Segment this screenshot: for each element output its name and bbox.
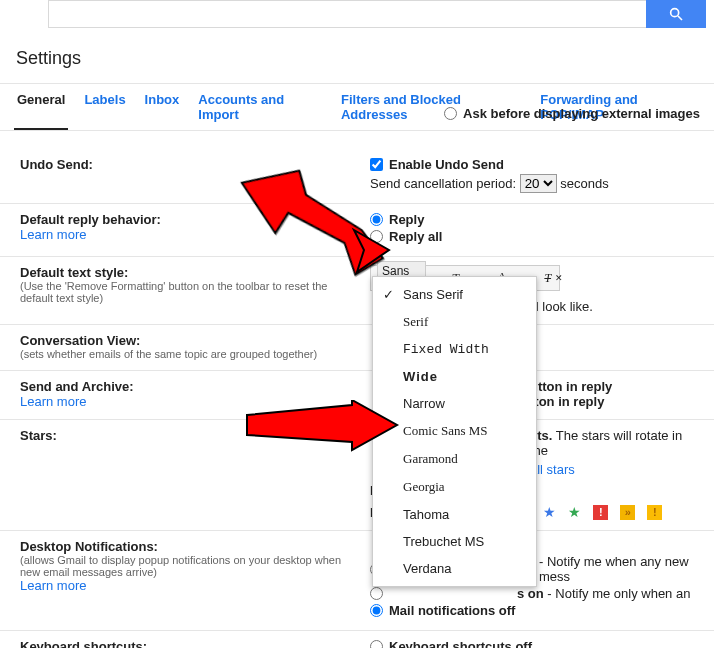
font-option[interactable]: Tahoma [373, 501, 536, 528]
remove-formatting-icon: T [544, 271, 551, 286]
shortcuts-off-label: Keyboard shortcuts off [389, 639, 532, 648]
send-archive-opt2: tton in reply [530, 394, 702, 409]
images-option-partial: Ask before displaying external images [444, 106, 700, 121]
stars-frag-text: The stars will rotate in the [530, 428, 682, 458]
search-input[interactable] [48, 0, 646, 28]
tab-inbox[interactable]: Inbox [142, 84, 183, 130]
conversation-view-sub: (sets whether emails of the same topic a… [20, 348, 360, 360]
page-title: Settings [0, 28, 714, 83]
tab-accounts[interactable]: Accounts and Import [195, 84, 325, 130]
font-option[interactable]: Narrow [373, 390, 536, 417]
send-archive-opt1: utton in reply [530, 379, 702, 394]
font-option[interactable]: Serif [373, 308, 536, 336]
stars-label: Stars: [20, 428, 360, 443]
send-archive-learn-link[interactable]: Learn more [20, 394, 360, 409]
notif-off-label: Mail notifications off [389, 603, 515, 618]
red-bang-icon[interactable]: ! [593, 505, 608, 520]
search-icon [668, 6, 684, 22]
text-style-sub: (Use the 'Remove Formatting' button on t… [20, 280, 360, 304]
shortcuts-off-radio[interactable] [370, 640, 383, 648]
undo-send-label: Undo Send: [20, 157, 360, 172]
cancel-period-select[interactable]: 20 [520, 174, 557, 193]
star-green-icon[interactable]: ★ [568, 504, 581, 520]
notif-important-radio[interactable] [370, 587, 383, 600]
cancel-period-suffix: seconds [560, 176, 608, 191]
text-style-label: Default text style: [20, 265, 360, 280]
font-option[interactable]: Wide [373, 363, 536, 390]
reply-all-radio[interactable] [370, 230, 383, 243]
font-option[interactable]: Georgia [373, 473, 536, 501]
svg-point-0 [671, 9, 679, 17]
ask-images-label: Ask before displaying external images [463, 106, 700, 121]
svg-line-1 [678, 16, 682, 20]
notif-important-label: - Notify me only when an [544, 586, 691, 601]
reply-all-option-label: Reply all [389, 229, 442, 244]
orange-arrow-icon[interactable]: » [620, 505, 635, 520]
star-blue-icon[interactable]: ★ [543, 504, 556, 520]
cancel-period-prefix: Send cancellation period: [370, 176, 516, 191]
yellow-bang-icon[interactable]: ! [647, 505, 662, 520]
keyboard-shortcuts-label: Keyboard shortcuts: [20, 639, 360, 648]
send-archive-label: Send and Archive: [20, 379, 360, 394]
enable-undo-send-checkbox[interactable] [370, 158, 383, 171]
notif-important-prefix: s on [517, 586, 544, 601]
notif-off-radio[interactable] [370, 604, 383, 617]
font-dropdown[interactable]: Sans SerifSerifFixed WidthWideNarrowComi… [372, 276, 537, 587]
reply-option-label: Reply [389, 212, 424, 227]
ask-images-radio[interactable] [444, 107, 457, 120]
search-button[interactable] [646, 0, 706, 28]
reply-radio[interactable] [370, 213, 383, 226]
desktop-notif-learn-link[interactable]: Learn more [20, 578, 360, 593]
font-option[interactable]: Verdana [373, 555, 536, 582]
font-option[interactable]: Garamond [373, 445, 536, 473]
font-option[interactable]: Sans Serif [373, 281, 536, 308]
remove-formatting-button[interactable]: T✕ [539, 268, 568, 289]
default-reply-label: Default reply behavior: [20, 212, 360, 227]
desktop-notif-sub: (allows Gmail to display popup notificat… [20, 554, 360, 578]
font-option[interactable]: Trebuchet MS [373, 528, 536, 555]
search-bar [48, 0, 706, 28]
reply-learn-more-link[interactable]: Learn more [20, 227, 360, 242]
tab-general[interactable]: General [14, 84, 68, 130]
desktop-notif-label: Desktop Notifications: [20, 539, 360, 554]
font-option[interactable]: Fixed Width [373, 336, 536, 363]
font-option[interactable]: Comic Sans MS [373, 417, 536, 445]
enable-undo-label: Enable Undo Send [389, 157, 504, 172]
conversation-view-label: Conversation View: [20, 333, 360, 348]
tab-labels[interactable]: Labels [81, 84, 128, 130]
